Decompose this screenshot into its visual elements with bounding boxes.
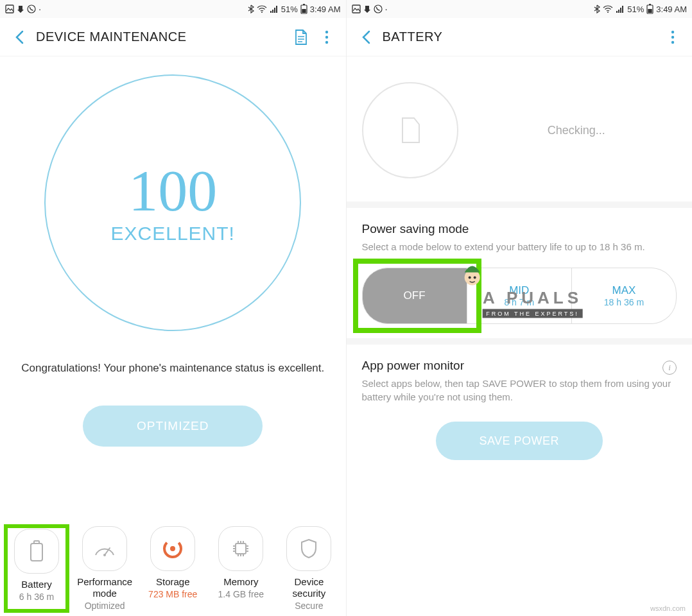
category-security[interactable]: Device security Secure: [278, 526, 340, 611]
storage-icon: [150, 526, 195, 571]
section-title: App power monitor: [362, 359, 464, 373]
gallery-icon: [5, 4, 14, 13]
battery-checking-zone: Checking...: [347, 56, 693, 208]
svg-point-47: [671, 40, 674, 43]
page-title: DEVICE MAINTENANCE: [36, 30, 187, 44]
wifi-icon: [257, 5, 267, 13]
download-icon: [363, 5, 371, 13]
back-button[interactable]: [10, 28, 28, 46]
battery-icon: [300, 4, 307, 14]
category-label: Performance mode: [74, 576, 135, 599]
score-label: EXCELLENT!: [111, 223, 235, 244]
category-label: Memory: [223, 576, 258, 588]
svg-point-14: [325, 35, 327, 38]
clock: 3:49 AM: [310, 4, 341, 14]
back-button[interactable]: [357, 28, 375, 46]
signal-icon: [616, 5, 625, 13]
section-title: Power saving mode: [362, 222, 677, 236]
mode-label: MID: [509, 284, 529, 297]
page-title: BATTERY: [383, 30, 443, 44]
wifi-icon: [603, 5, 613, 13]
more-options-button[interactable]: [318, 28, 336, 46]
phone-battery: · 51% 3:49 AM BATTERY Checking... Power: [347, 0, 693, 616]
svg-rect-40: [620, 8, 621, 13]
svg-point-36: [374, 5, 382, 13]
svg-rect-0: [6, 5, 13, 13]
status-bar: · 51% 3:49 AM: [347, 0, 693, 18]
whatsapp-icon: [27, 4, 36, 13]
whatsapp-icon: [374, 4, 383, 13]
svg-rect-9: [302, 9, 306, 13]
shield-icon: [286, 526, 331, 571]
maintenance-categories: Battery 6 h 36 m Performance mode Optimi…: [0, 511, 346, 616]
mode-label: OFF: [404, 289, 426, 302]
bluetooth-icon: [594, 4, 600, 13]
svg-rect-44: [648, 9, 652, 13]
save-power-button[interactable]: SAVE POWER: [436, 422, 603, 460]
placeholder-icon: [396, 113, 424, 148]
svg-point-13: [325, 30, 327, 33]
svg-point-37: [607, 12, 609, 13]
save-power-label: SAVE POWER: [479, 434, 559, 448]
category-sub: Optimized: [85, 601, 125, 611]
more-options-button[interactable]: [664, 28, 682, 46]
document-icon[interactable]: [292, 28, 310, 46]
info-icon[interactable]: i: [662, 361, 677, 375]
svg-rect-6: [276, 6, 277, 13]
category-label: Battery: [21, 579, 52, 590]
mode-mid-button[interactable]: MID 8 h 7 m: [467, 268, 572, 324]
battery-icon: [646, 4, 653, 14]
gallery-icon: [352, 4, 361, 13]
power-saving-section: Power saving mode Select a mode below to…: [347, 208, 693, 345]
svg-rect-41: [622, 6, 623, 13]
phone-device-maintenance: · 51% 3:49 AM DEVICE MAINTENANCE 100 EXC…: [0, 0, 347, 616]
mode-off-button[interactable]: OFF: [362, 268, 467, 324]
signal-icon: [270, 5, 279, 13]
battery-pct: 51%: [281, 4, 298, 14]
svg-point-19: [103, 554, 106, 556]
battery-category-icon: [14, 529, 59, 574]
svg-rect-8: [303, 4, 305, 5]
optimized-label: OPTIMIZED: [137, 419, 209, 433]
dot-icon: ·: [39, 6, 41, 12]
category-storage[interactable]: Storage 723 MB free: [142, 526, 203, 611]
power-mode-selector: OFF MID 8 h 7 m MAX 18 h 36 m: [362, 268, 677, 324]
app-header: DEVICE MAINTENANCE: [0, 18, 346, 56]
svg-rect-3: [270, 11, 272, 13]
svg-rect-22: [236, 543, 246, 554]
dot-icon: ·: [385, 6, 388, 12]
svg-rect-43: [649, 4, 651, 5]
score-circle: 100 EXCELLENT!: [44, 74, 301, 331]
svg-point-2: [261, 12, 263, 13]
clock: 3:49 AM: [656, 4, 687, 14]
mode-sub: 8 h 7 m: [504, 297, 534, 307]
svg-rect-16: [31, 543, 42, 561]
category-sub: 6 h 36 m: [19, 592, 54, 602]
category-sub: Secure: [295, 601, 323, 611]
gauge-icon: [82, 526, 127, 571]
optimized-button[interactable]: OPTIMIZED: [83, 406, 263, 447]
svg-rect-39: [618, 10, 619, 13]
category-label: Device security: [278, 576, 340, 599]
mode-max-button[interactable]: MAX 18 h 36 m: [572, 268, 677, 324]
svg-point-46: [671, 35, 674, 38]
category-battery[interactable]: Battery 6 h 36 m: [6, 526, 67, 611]
mode-label: MAX: [612, 284, 636, 297]
svg-point-15: [325, 40, 327, 43]
svg-rect-38: [616, 11, 618, 13]
battery-circle: [362, 82, 458, 178]
mode-sub: 18 h 36 m: [604, 297, 644, 307]
svg-rect-5: [274, 8, 275, 13]
score-zone: 100 EXCELLENT! Congratulations! Your pho…: [0, 56, 346, 447]
svg-rect-4: [272, 10, 273, 13]
category-sub: 723 MB free: [148, 589, 197, 599]
svg-point-45: [671, 30, 674, 33]
status-message: Congratulations! Your phone's maintenanc…: [6, 362, 340, 375]
category-memory[interactable]: Memory 1.4 GB free: [210, 526, 272, 611]
category-label: Storage: [156, 576, 190, 588]
category-performance[interactable]: Performance mode Optimized: [74, 526, 135, 611]
section-desc: Select apps below, then tap SAVE POWER t…: [362, 377, 677, 404]
svg-point-1: [28, 5, 35, 13]
checking-label: Checking...: [476, 124, 677, 137]
svg-point-21: [170, 546, 175, 551]
